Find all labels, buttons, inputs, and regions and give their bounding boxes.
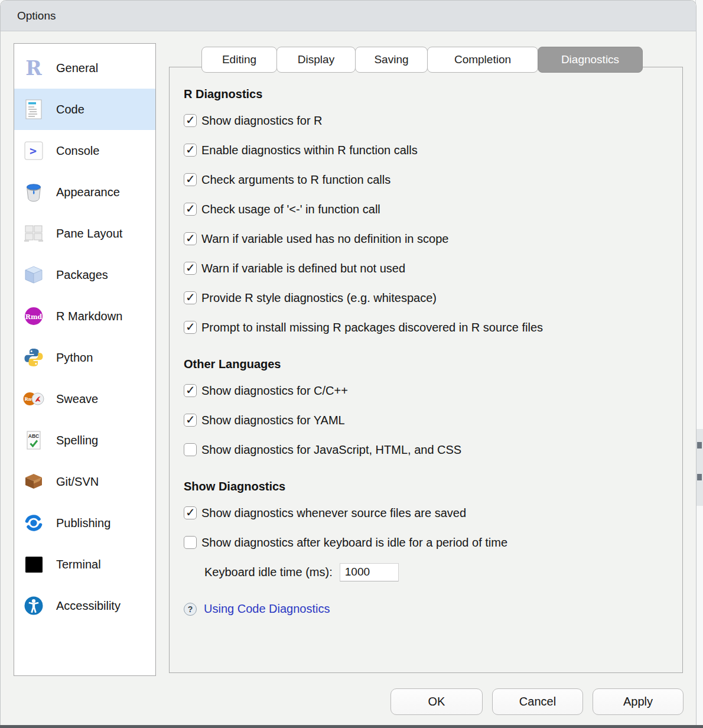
checkbox-row: Show diagnostics for JavaScript, HTML, a… — [184, 435, 676, 464]
checkbox-label: Warn if variable used has no definition … — [201, 232, 448, 246]
checkbox-row: Check usage of '<-' in function call — [184, 194, 676, 224]
options-dialog: Options R General Code > Console Appeara… — [0, 0, 697, 728]
accessibility-icon — [22, 594, 45, 617]
checkbox-label: Enable diagnostics within R function cal… — [201, 144, 418, 157]
checkbox-label: Check arguments to R function calls — [201, 173, 390, 187]
checkbox-diagnostics-web[interactable] — [184, 443, 197, 456]
checkbox-row: Warn if variable used has no definition … — [184, 224, 676, 254]
checkbox-row: Show diagnostics for R — [184, 106, 676, 135]
sidebar-item-r-markdown[interactable]: Rmd R Markdown — [14, 295, 155, 337]
rmd-badge-icon: Rmd — [22, 305, 45, 327]
git-box-icon — [22, 470, 45, 493]
checkbox-label: Show diagnostics for JavaScript, HTML, a… — [201, 443, 461, 457]
sidebar-item-label: Git/SVN — [56, 475, 99, 489]
svg-text:ABC: ABC — [28, 433, 39, 439]
sidebar-item-publishing[interactable]: Publishing — [14, 502, 155, 544]
svg-text:>: > — [30, 144, 37, 158]
sidebar-item-git-svn[interactable]: Git/SVN — [14, 461, 155, 502]
keyboard-idle-input[interactable] — [340, 563, 399, 581]
checkbox-row: Show diagnostics whenever source files a… — [184, 498, 676, 528]
checkbox-diagnostics-on-save[interactable] — [184, 506, 197, 519]
titlebar: Options — [1, 1, 696, 31]
sidebar-item-label: General — [56, 61, 98, 75]
sidebar-item-label: Code — [56, 103, 84, 116]
sidebar-item-packages[interactable]: Packages — [14, 254, 155, 295]
checkbox-row: Show diagnostics for C/C++ — [184, 376, 676, 405]
help-row: ? Using Code Diagnostics — [184, 602, 676, 616]
checkbox-label: Show diagnostics after keyboard is idle … — [201, 536, 507, 550]
sidebar-item-label: Terminal — [56, 558, 101, 571]
checkbox-check-arrow-usage[interactable] — [184, 203, 197, 216]
tab-diagnostics[interactable]: Diagnostics — [538, 47, 643, 73]
section-heading: Show Diagnostics — [184, 480, 676, 493]
checkbox-row: Provide R style diagnostics (e.g. whites… — [184, 283, 676, 313]
sidebar-item-label: Packages — [56, 268, 108, 282]
checkbox-row: Enable diagnostics within R function cal… — [184, 135, 676, 165]
using-code-diagnostics-link[interactable]: Using Code Diagnostics — [204, 602, 330, 616]
checkbox-label: Show diagnostics for YAML — [201, 414, 345, 427]
checkbox-enable-diagnostics-function-calls[interactable] — [184, 144, 197, 157]
checkbox-prompt-install-packages[interactable] — [184, 321, 197, 334]
sidebar-item-label: Publishing — [56, 516, 110, 530]
keyboard-idle-row: Keyboard idle time (ms): — [204, 557, 676, 587]
checkbox-label: Show diagnostics whenever source files a… — [201, 506, 466, 520]
checkbox-diagnostics-cpp[interactable] — [184, 384, 197, 397]
settings-tabbar: Editing Display Saving Completion Diagno… — [201, 47, 643, 73]
r-logo-icon: R — [22, 57, 45, 79]
checkbox-show-diagnostics-r[interactable] — [184, 114, 197, 127]
sidebar-item-general[interactable]: R General — [14, 47, 155, 89]
section-heading: Other Languages — [184, 358, 676, 371]
checkbox-row: Show diagnostics for YAML — [184, 405, 676, 435]
window-title: Options — [17, 9, 56, 22]
checkbox-label: Check usage of '<-' in function call — [201, 203, 380, 216]
code-document-icon — [22, 98, 45, 121]
section-show-diagnostics: Show Diagnostics Show diagnostics whenev… — [184, 480, 676, 587]
cancel-button[interactable]: Cancel — [492, 688, 583, 715]
checkbox-label: Warn if variable is defined but not used — [201, 262, 405, 275]
sidebar-item-label: Spelling — [56, 434, 98, 447]
sidebar-item-sweave[interactable]: Rnw Sweave — [14, 378, 155, 420]
sidebar-item-label: Appearance — [56, 186, 120, 199]
dialog-footer: OK Cancel Apply — [1, 688, 684, 715]
console-icon: > — [22, 139, 45, 162]
diagnostics-settings-panel: R Diagnostics Show diagnostics for R Ena… — [169, 67, 683, 673]
sidebar-item-label: Console — [56, 144, 99, 158]
category-sidebar: R General Code > Console Appearance — [14, 43, 156, 676]
sidebar-item-label: Sweave — [56, 392, 98, 406]
sidebar-item-label: R Markdown — [56, 310, 122, 323]
svg-text:Rmd: Rmd — [25, 313, 43, 321]
checkbox-style-diagnostics[interactable] — [184, 291, 197, 304]
checkbox-row: Warn if variable is defined but not used — [184, 254, 676, 283]
section-r-diagnostics: R Diagnostics Show diagnostics for R Ena… — [184, 87, 676, 342]
sidebar-item-label: Accessibility — [56, 599, 121, 613]
checkbox-check-arguments[interactable] — [184, 173, 197, 186]
tab-editing[interactable]: Editing — [201, 47, 277, 73]
keyboard-idle-label: Keyboard idle time (ms): — [204, 566, 333, 579]
sidebar-item-console[interactable]: > Console — [14, 130, 155, 171]
help-icon[interactable]: ? — [184, 603, 197, 616]
checkbox-warn-no-definition[interactable] — [184, 232, 197, 245]
checkbox-warn-not-used[interactable] — [184, 262, 197, 275]
checkbox-label: Prompt to install missing R packages dis… — [201, 321, 543, 334]
sidebar-item-pane-layout[interactable]: Pane Layout — [14, 213, 155, 254]
tab-saving[interactable]: Saving — [355, 47, 428, 73]
checkbox-label: Provide R style diagnostics (e.g. whites… — [201, 291, 437, 305]
section-heading: R Diagnostics — [184, 87, 676, 101]
spellcheck-icon: ABC — [22, 429, 45, 451]
sidebar-item-label: Python — [56, 351, 93, 365]
section-other-languages: Other Languages Show diagnostics for C/C… — [184, 358, 676, 464]
sidebar-item-terminal[interactable]: Terminal — [14, 544, 155, 585]
sidebar-item-spelling[interactable]: ABC Spelling — [14, 420, 155, 461]
apply-button[interactable]: Apply — [593, 688, 684, 715]
package-cube-icon — [22, 264, 45, 286]
python-icon — [22, 346, 45, 369]
checkbox-diagnostics-on-idle[interactable] — [184, 536, 197, 549]
ok-button[interactable]: OK — [390, 688, 483, 715]
tab-display[interactable]: Display — [276, 47, 356, 73]
sidebar-item-accessibility[interactable]: Accessibility — [14, 585, 155, 626]
sidebar-item-appearance[interactable]: Appearance — [14, 171, 155, 213]
sidebar-item-python[interactable]: Python — [14, 337, 155, 378]
sidebar-item-code[interactable]: Code — [14, 89, 155, 130]
checkbox-diagnostics-yaml[interactable] — [184, 414, 197, 427]
tab-completion[interactable]: Completion — [427, 47, 538, 73]
